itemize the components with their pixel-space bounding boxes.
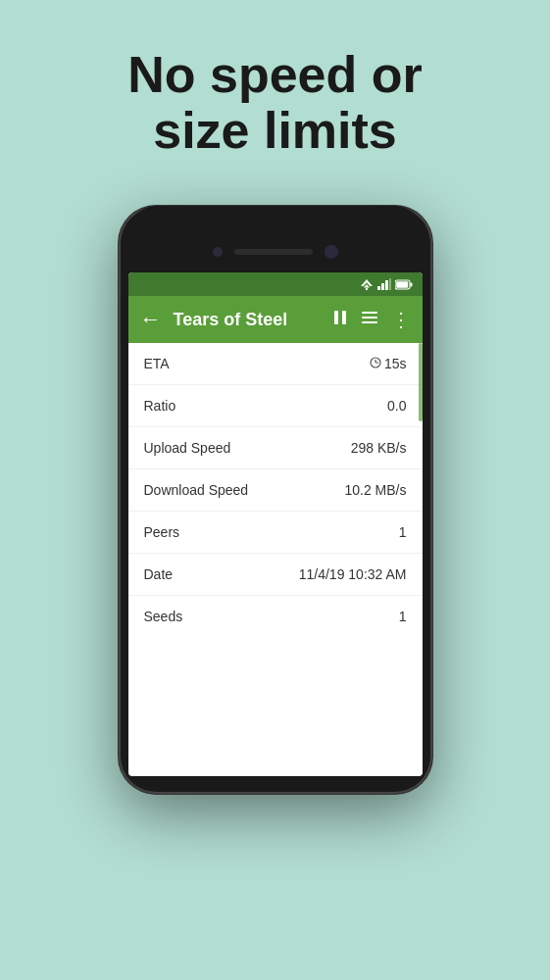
detail-value: 298 KB/s [351,440,407,456]
detail-value-text: 0.0 [387,398,406,414]
detail-value-text: 1 [399,609,407,624]
list-button[interactable] [362,310,377,330]
svg-rect-5 [381,283,384,290]
phone-mockup: ← Tears of Steel [119,206,432,794]
detail-value: 1 [399,524,407,540]
detail-row: Ratio0.0 [128,385,423,427]
pause-button[interactable] [332,310,348,330]
back-button[interactable]: ← [140,307,162,332]
detail-label: Peers [144,524,180,540]
scroll-indicator [419,343,423,421]
detail-label: ETA [144,356,170,371]
phone-body: ← Tears of Steel [119,206,432,794]
detail-label: Upload Speed [144,440,231,456]
camera-dot-left [213,247,223,257]
svg-rect-6 [385,280,388,290]
more-button[interactable]: ⋮ [391,310,411,329]
detail-row: ETA15s [128,343,423,385]
detail-list: ETA15sRatio0.0Upload Speed298 KB/sDownlo… [128,343,423,637]
svg-rect-14 [362,317,377,318]
toolbar-actions: ⋮ [332,310,411,330]
svg-rect-15 [362,321,377,323]
svg-rect-13 [362,312,377,314]
detail-value: 1 [399,609,407,624]
status-icons [360,278,413,290]
detail-row: Peers1 [128,512,423,554]
detail-value-text: 1 [399,524,407,540]
detail-label: Seeds [144,609,183,624]
toolbar-title: Tears of Steel [174,310,325,330]
app-toolbar: ← Tears of Steel [128,296,423,343]
svg-rect-11 [334,311,338,324]
svg-rect-7 [389,278,391,290]
clock-icon [370,356,381,371]
svg-rect-4 [377,286,380,290]
svg-rect-9 [410,282,412,286]
detail-label: Date [144,566,174,582]
phone-screen: ← Tears of Steel [128,272,423,776]
battery-icon [395,279,413,290]
status-bar [128,272,423,296]
phone-top-bar [128,206,423,272]
svg-rect-12 [342,311,346,324]
detail-value-text: 15s [384,356,407,371]
detail-label: Download Speed [144,482,249,498]
detail-value: 11/4/19 10:32 AM [299,566,407,582]
detail-row: Seeds1 [128,596,423,637]
detail-value: 10.2 MB/s [344,482,406,498]
signal-icon [377,278,391,290]
camera-area [213,245,338,259]
wifi-icon [360,278,374,290]
camera-dot-right [325,245,338,259]
detail-value-text: 10.2 MB/s [344,482,406,498]
detail-row: Upload Speed298 KB/s [128,427,423,469]
speaker-bar [234,249,313,255]
detail-value-text: 298 KB/s [351,440,407,456]
svg-point-3 [365,288,367,290]
detail-label: Ratio [144,398,176,414]
detail-value: 0.0 [387,398,406,414]
detail-row: Download Speed10.2 MB/s [128,469,423,512]
svg-rect-10 [396,281,408,288]
detail-value-text: 11/4/19 10:32 AM [299,566,407,582]
page-headline: No speed or size limits [88,47,462,159]
detail-value: 15s [370,356,407,371]
detail-row: Date11/4/19 10:32 AM [128,554,423,596]
